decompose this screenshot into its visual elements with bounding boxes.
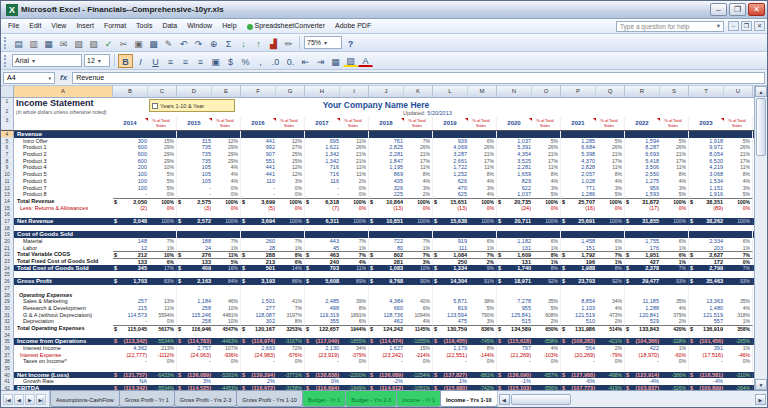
row-label[interactable]: Depreciation: [14, 318, 113, 325]
cell[interactable]: [497, 285, 532, 292]
cell[interactable]: 318%: [724, 312, 753, 319]
cell[interactable]: [212, 271, 241, 278]
cell[interactable]: 1%: [532, 245, 561, 252]
menu-spreadsheetconverter[interactable]: SpreadsheetConverter: [242, 21, 330, 30]
cell[interactable]: -6%: [561, 378, 596, 385]
cell[interactable]: 17%: [724, 158, 753, 165]
cell[interactable]: $10,851: [369, 218, 404, 225]
row-header[interactable]: 4: [1, 131, 14, 138]
cell[interactable]: [113, 332, 148, 339]
bold-button[interactable]: B: [118, 54, 133, 68]
cell[interactable]: 200: [113, 164, 148, 171]
cell[interactable]: 5%: [148, 178, 177, 185]
workbook-close-button[interactable]: ✕: [754, 21, 765, 31]
cell[interactable]: 27%: [276, 144, 305, 151]
cell[interactable]: 1,195: [369, 164, 404, 171]
cell[interactable]: 111: [433, 245, 468, 252]
cell[interactable]: 5%: [532, 138, 561, 145]
cell[interactable]: 4,384: [369, 298, 404, 305]
cell[interactable]: (20,269): [561, 352, 596, 359]
cell[interactable]: 4,219: [689, 164, 724, 171]
cell[interactable]: 28: [241, 245, 276, 252]
cell[interactable]: 21%: [596, 151, 625, 158]
cell[interactable]: 258: [177, 318, 212, 325]
cell[interactable]: [660, 231, 689, 238]
cell[interactable]: 26%: [724, 144, 753, 151]
cell[interactable]: [177, 231, 212, 238]
cell[interactable]: (89): [689, 205, 724, 212]
cell[interactable]: 0%: [340, 191, 369, 198]
cell[interactable]: 1,184: [177, 298, 212, 305]
cell[interactable]: 100%: [468, 218, 497, 225]
cell[interactable]: $(136,089): [369, 372, 404, 379]
cell[interactable]: 7%: [468, 251, 497, 258]
cell[interactable]: [177, 332, 212, 339]
cell[interactable]: 100%: [340, 198, 369, 205]
cell[interactable]: -936%: [212, 352, 241, 359]
cell[interactable]: 100%: [532, 218, 561, 225]
cell[interactable]: [724, 332, 753, 339]
increase-decimal-button[interactable]: .0: [268, 54, 283, 68]
cell[interactable]: 1%: [212, 245, 241, 252]
cell[interactable]: [404, 285, 433, 292]
cell[interactable]: [276, 285, 305, 292]
cell[interactable]: 17%: [404, 158, 433, 165]
cell[interactable]: -: [113, 318, 148, 325]
cell[interactable]: 46%: [212, 298, 241, 305]
cell[interactable]: -: [177, 185, 212, 192]
cell[interactable]: -: [177, 358, 212, 365]
cell[interactable]: $1,740: [497, 265, 532, 272]
cell[interactable]: -5534%: [148, 385, 177, 390]
row-header[interactable]: 30: [1, 305, 14, 312]
cell[interactable]: 0%: [660, 205, 689, 212]
cell[interactable]: 4,362: [113, 345, 148, 352]
cell[interactable]: [468, 225, 497, 232]
cell[interactable]: 35%: [532, 298, 561, 305]
cell[interactable]: [468, 131, 497, 138]
row-label[interactable]: Total Revenue: [14, 198, 113, 205]
cell[interactable]: 441: [241, 171, 276, 178]
cell[interactable]: 26%: [404, 144, 433, 151]
row-header[interactable]: 7: [1, 151, 14, 158]
cell[interactable]: 6%: [148, 258, 177, 265]
cell[interactable]: 100%: [660, 198, 689, 205]
cell[interactable]: $2,163: [177, 278, 212, 285]
cell[interactable]: [305, 285, 340, 292]
cell[interactable]: 1%: [724, 345, 753, 352]
cell[interactable]: 0%: [148, 191, 177, 198]
row-label[interactable]: EBITDA: [14, 385, 113, 390]
cell[interactable]: [148, 378, 177, 385]
cell[interactable]: [724, 285, 753, 292]
cell[interactable]: [689, 131, 724, 138]
cell[interactable]: 24: [177, 245, 212, 252]
vertical-scroll-thumb[interactable]: [756, 98, 766, 156]
cell[interactable]: 8,287: [625, 144, 660, 151]
cell[interactable]: 1,286: [561, 191, 596, 198]
row-label[interactable]: Interest Income: [14, 345, 113, 352]
pct-of-sales-header[interactable]: % of TotalSales: [276, 117, 305, 130]
cell[interactable]: $10,864: [369, 198, 404, 205]
row-header[interactable]: 23: [1, 258, 14, 265]
year-header[interactable]: 2018: [369, 117, 404, 130]
cell[interactable]: 1%: [404, 245, 433, 252]
cell[interactable]: [596, 131, 625, 138]
cell[interactable]: [660, 292, 689, 299]
cell[interactable]: 660: [369, 305, 404, 312]
cell[interactable]: 551: [241, 158, 276, 165]
cell[interactable]: [113, 271, 148, 278]
cell[interactable]: -498%: [596, 372, 625, 379]
cell[interactable]: 470: [433, 185, 468, 192]
cell[interactable]: [369, 231, 404, 238]
cell[interactable]: 1,179: [433, 345, 468, 352]
cell[interactable]: 427: [625, 258, 660, 265]
cell[interactable]: 625: [433, 191, 468, 198]
cell[interactable]: [241, 131, 276, 138]
cell[interactable]: 11%: [340, 164, 369, 171]
cell[interactable]: 5,418: [625, 158, 660, 165]
close-button[interactable]: ✕: [748, 3, 765, 16]
cell[interactable]: [433, 285, 468, 292]
cell[interactable]: 100%: [276, 218, 305, 225]
cell[interactable]: [276, 378, 305, 385]
cell[interactable]: 2,661: [433, 158, 468, 165]
cell[interactable]: 281: [369, 258, 404, 265]
